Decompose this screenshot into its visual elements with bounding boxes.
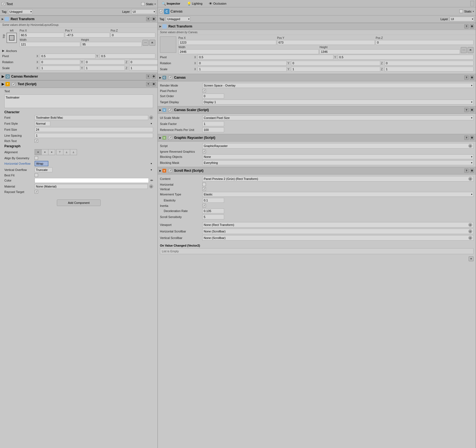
rt-collapse-arrow[interactable]: ▶ <box>2 18 4 20</box>
line-spacing-input[interactable] <box>35 133 153 138</box>
movement-type-select[interactable]: Elastic <box>202 192 474 197</box>
vertical-checkbox[interactable] <box>202 187 206 191</box>
tag-select-wrap[interactable]: Untagged <box>8 9 33 14</box>
target-display-select-wrap[interactable]: Display 1 <box>202 100 474 105</box>
right-reset-btn[interactable]: R <box>468 47 474 53</box>
right-rt-settings-btn[interactable]: ⚙ <box>470 24 474 29</box>
ui-scale-mode-select[interactable]: Constant Pixel Size <box>202 115 474 120</box>
font-picker[interactable]: Toolmaker Bold Mac <box>35 115 148 120</box>
elasticity-input[interactable] <box>202 198 224 203</box>
blocking-mask-select-wrap[interactable]: Everything <box>202 160 474 165</box>
canvas-enabled-checkbox[interactable] <box>159 10 163 13</box>
gr-settings[interactable]: ⚙ <box>470 136 474 140</box>
canvas-comp-info[interactable]: ? <box>464 75 469 80</box>
right-constrain-btn[interactable]: ⋯ <box>461 47 467 53</box>
tab-occlusion[interactable]: 👁 Occlusion <box>207 1 228 6</box>
horiz-overflow-label[interactable]: Horizontal Overflow <box>4 162 33 165</box>
script-select-btn[interactable]: ◎ <box>468 144 472 148</box>
viewport-field[interactable]: None (Rect Transform) ◎ <box>202 222 474 228</box>
cr-settings-btn[interactable]: ⚙ <box>152 74 156 79</box>
material-select-btn[interactable]: ◎ <box>149 185 153 188</box>
horiz-scrollbar-field[interactable]: None (Scrollbar) ◎ <box>202 229 474 234</box>
right-tag-select[interactable]: Untagged <box>166 17 190 22</box>
right-scale-y[interactable] <box>291 67 380 72</box>
rot-y-input[interactable] <box>85 60 125 65</box>
pos-y-input[interactable] <box>65 33 110 38</box>
right-pos-z-input[interactable] <box>376 40 474 45</box>
right-scale-z[interactable] <box>385 67 474 72</box>
blocking-objects-select[interactable]: None <box>202 154 474 159</box>
vert-scrollbar-select-btn[interactable]: ◎ <box>468 236 472 240</box>
canvas-comp-settings[interactable]: ⚙ <box>470 75 474 80</box>
font-size-input[interactable] <box>35 127 153 132</box>
sr-checkbox[interactable] <box>168 169 172 173</box>
right-layer-select-wrap[interactable]: UI <box>450 17 474 22</box>
scaler-settings[interactable]: ⚙ <box>470 108 474 112</box>
align-bottom-btn[interactable]: ⊥ <box>70 149 77 155</box>
right-width-input[interactable] <box>178 49 319 54</box>
gr-collapse[interactable]: ▶ <box>159 137 161 139</box>
material-picker[interactable]: None (Material) <box>35 184 148 189</box>
horizontal-checkbox[interactable] <box>202 183 206 186</box>
right-tag-select-wrap[interactable]: Untagged <box>166 17 190 22</box>
right-panel-close-btn[interactable] <box>470 1 474 6</box>
gr-info[interactable]: ? <box>464 136 469 140</box>
pixel-perfect-checkbox[interactable] <box>202 89 206 93</box>
static-dropdown-arrow[interactable]: ▾ <box>154 3 156 5</box>
rt-info-btn[interactable]: ? <box>146 17 150 21</box>
viewport-select-btn[interactable]: ◎ <box>468 223 472 227</box>
scroll-sensitivity-input[interactable] <box>202 214 224 219</box>
canvas-static-checkbox[interactable] <box>459 10 463 13</box>
color-swatch[interactable] <box>35 178 149 183</box>
inertia-checkbox[interactable] <box>202 204 206 207</box>
vert-overflow-select-wrap[interactable]: Truncate <box>35 167 153 172</box>
content-select-btn[interactable]: ◎ <box>468 177 472 181</box>
reset-btn[interactable]: R <box>149 40 155 46</box>
tab-inspector[interactable]: 🔍 Inspector <box>159 1 183 6</box>
right-pivot-x[interactable] <box>198 55 333 60</box>
align-by-geo-checkbox[interactable] <box>35 156 38 160</box>
scaler-collapse[interactable]: ▶ <box>159 109 161 111</box>
scale-z-input[interactable] <box>129 66 158 70</box>
decel-rate-input[interactable] <box>202 208 224 213</box>
width-input[interactable] <box>20 42 80 47</box>
ignore-reversed-checkbox[interactable] <box>202 150 206 153</box>
target-display-select[interactable]: Display 1 <box>202 100 474 105</box>
ts-enabled-checkbox[interactable] <box>12 82 16 86</box>
ts-settings-btn[interactable]: ⚙ <box>152 82 156 86</box>
canvas-collapse-tri[interactable]: ▶ <box>159 76 161 79</box>
pivot-x-input[interactable] <box>40 54 95 59</box>
pos-x-input[interactable] <box>20 33 64 38</box>
canvas-comp-checkbox[interactable] <box>168 76 172 79</box>
tab-lighting[interactable]: 💡 Lighting <box>185 1 205 6</box>
ui-scale-mode-select-wrap[interactable]: Constant Pixel Size <box>202 115 474 120</box>
align-center-btn[interactable]: ≡ <box>42 149 48 155</box>
height-input[interactable] <box>81 42 142 47</box>
right-rt-info-btn[interactable]: ? <box>464 24 469 29</box>
right-pivot-y[interactable] <box>338 55 474 60</box>
constrain-proportions-btn[interactable]: ⋯ <box>143 40 149 46</box>
ts-info-btn[interactable]: ? <box>146 82 150 86</box>
vert-overflow-select[interactable]: Truncate <box>35 167 52 172</box>
sr-info[interactable]: ? <box>464 168 469 173</box>
align-top-btn[interactable]: ⊤ <box>57 149 63 155</box>
right-rt-collapse[interactable]: ▶ <box>159 25 161 28</box>
right-height-input[interactable] <box>320 49 460 54</box>
script-object-field[interactable]: GraphicRaycaster ◎ <box>202 143 474 149</box>
layer-select-wrap[interactable]: UI <box>131 9 156 14</box>
rot-z-input[interactable] <box>129 60 158 65</box>
add-component-button[interactable]: Add Component <box>57 200 101 206</box>
ts-collapse[interactable]: ▶ <box>2 82 4 86</box>
static-checkbox[interactable] <box>141 2 145 6</box>
font-style-select-wrap[interactable]: Normal <box>35 121 153 126</box>
scaler-info[interactable]: ? <box>464 108 469 112</box>
best-fit-checkbox[interactable] <box>35 173 38 177</box>
raycast-target-checkbox[interactable] <box>35 190 38 194</box>
horiz-overflow-select[interactable]: Wrap <box>35 161 48 166</box>
cr-info-btn[interactable]: ? <box>146 74 150 79</box>
ref-pixels-input[interactable] <box>202 127 224 132</box>
layer-select[interactable]: UI <box>131 9 156 14</box>
right-pos-x-input[interactable] <box>178 40 276 45</box>
rt-settings-btn[interactable]: ⚙ <box>152 17 156 21</box>
scale-factor-input[interactable] <box>202 121 224 126</box>
